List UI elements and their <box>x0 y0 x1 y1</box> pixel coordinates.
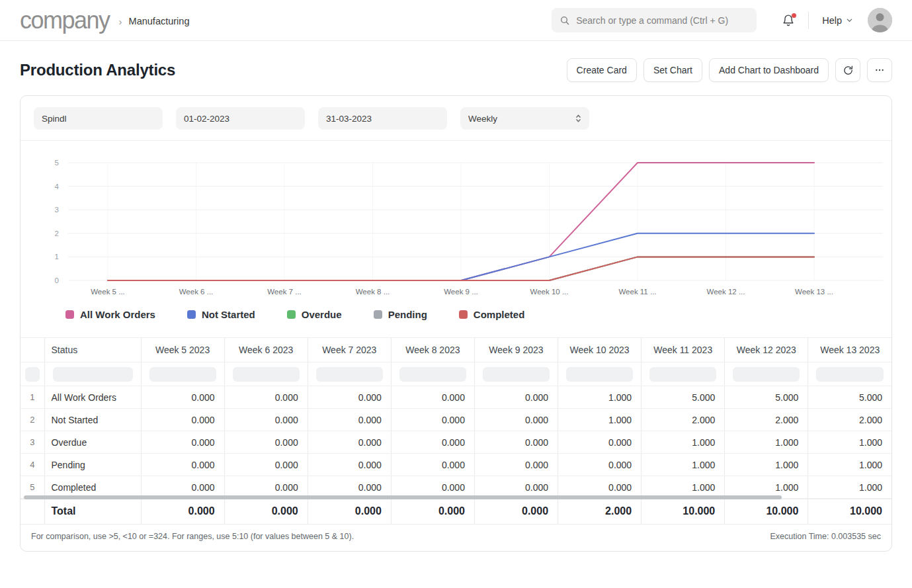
column-header[interactable]: Status <box>44 338 141 362</box>
value-cell: 0.000 <box>224 386 308 409</box>
column-filter-input[interactable] <box>399 367 466 382</box>
total-value-cell: 10.000 <box>642 499 725 524</box>
status-cell: Not Started <box>44 409 141 431</box>
avatar[interactable] <box>868 8 892 32</box>
global-search-input[interactable]: Search or type a command (Ctrl + G) <box>552 8 757 32</box>
value-cell: 0.000 <box>141 431 224 454</box>
chart-area: 012345Week 5 ...Week 6 ...Week 7 ...Week… <box>21 141 891 337</box>
legend-item: Not Started <box>187 309 255 320</box>
value-cell: 0.000 <box>141 409 224 431</box>
value-cell: 5.000 <box>808 386 891 409</box>
app-logo[interactable]: company <box>20 9 110 32</box>
status-cell: Overdue <box>44 431 141 454</box>
legend-item: Overdue <box>287 309 342 320</box>
x-axis-label: Week 5 ... <box>91 288 125 296</box>
column-filter-input[interactable] <box>566 367 633 382</box>
column-header[interactable]: Week 11 2023 <box>642 338 725 362</box>
value-cell: 1.000 <box>558 409 642 431</box>
x-axis-label: Week 6 ... <box>179 288 214 296</box>
value-cell: 1.000 <box>725 454 808 476</box>
report-table: StatusWeek 5 2023Week 6 2023Week 7 2023W… <box>21 337 891 499</box>
value-cell: 0.000 <box>391 409 474 431</box>
filter-cell <box>558 362 642 386</box>
column-header[interactable]: Week 5 2023 <box>141 338 224 362</box>
total-index-cell <box>21 499 44 524</box>
notification-dot <box>792 13 796 18</box>
value-cell: 2.000 <box>725 409 808 431</box>
value-cell: 0.000 <box>474 386 558 409</box>
value-cell: 0.000 <box>558 454 642 476</box>
value-cell: 0.000 <box>558 431 642 454</box>
column-filter-input[interactable] <box>649 367 716 382</box>
value-cell: 0.000 <box>474 409 558 431</box>
total-label: Total <box>44 499 141 524</box>
page-actions: Create Card Set Chart Add Chart to Dashb… <box>567 58 892 82</box>
filter-cell <box>725 362 808 386</box>
value-cell: 0.000 <box>224 454 308 476</box>
range-select[interactable]: Weekly <box>460 107 589 130</box>
column-filter-input[interactable] <box>233 367 300 382</box>
value-cell: 0.000 <box>474 431 558 454</box>
add-chart-to-dashboard-button[interactable]: Add Chart to Dashboard <box>709 58 829 82</box>
to-date-filter-input[interactable]: 31-03-2023 <box>318 107 447 130</box>
more-menu-button[interactable] <box>867 58 892 82</box>
search-icon <box>560 15 570 26</box>
notifications-button[interactable] <box>782 14 795 27</box>
legend-swatch-icon <box>287 310 296 319</box>
value-cell: 5.000 <box>725 386 808 409</box>
column-filter-input[interactable] <box>316 367 383 382</box>
y-axis-label: 0 <box>55 276 59 284</box>
column-header[interactable]: Week 8 2023 <box>391 338 474 362</box>
column-header[interactable]: Week 7 2023 <box>308 338 391 362</box>
value-cell: 0.000 <box>141 386 224 409</box>
total-value-cell: 0.000 <box>474 499 558 524</box>
breadcrumb[interactable]: Manufacturing <box>129 16 190 26</box>
from-date-filter-input[interactable]: 01-02-2023 <box>176 107 305 130</box>
legend-item: Pending <box>374 309 427 320</box>
column-header[interactable]: Week 10 2023 <box>558 338 642 362</box>
column-header[interactable]: Week 6 2023 <box>224 338 308 362</box>
horizontal-scrollbar-thumb[interactable] <box>24 495 782 499</box>
filter-cell <box>308 362 391 386</box>
total-value-cell: 0.000 <box>391 499 474 524</box>
row-index-header <box>21 338 44 362</box>
legend-label: Completed <box>474 309 525 320</box>
column-header[interactable]: Week 9 2023 <box>474 338 558 362</box>
refresh-button[interactable] <box>835 58 860 82</box>
column-filter-input[interactable] <box>483 367 550 382</box>
column-filter-input[interactable] <box>25 367 40 382</box>
create-card-button[interactable]: Create Card <box>567 58 637 82</box>
value-cell: 0.000 <box>391 431 474 454</box>
work-order-filter-input[interactable]: Spindl <box>34 107 163 130</box>
help-menu[interactable]: Help <box>822 15 853 26</box>
column-filter-input[interactable] <box>733 367 800 382</box>
row-index: 2 <box>21 409 44 431</box>
value-cell: 5.000 <box>642 386 725 409</box>
total-value-cell: 2.000 <box>558 499 642 524</box>
filter-bar: Spindl 01-02-2023 31-03-2023 Weekly <box>21 96 891 141</box>
column-header[interactable]: Week 13 2023 <box>808 338 891 362</box>
legend-label: All Work Orders <box>80 309 155 320</box>
total-value-cell: 0.000 <box>224 499 308 524</box>
value-cell: 1.000 <box>725 431 808 454</box>
value-cell: 0.000 <box>224 431 308 454</box>
column-filter-input[interactable] <box>816 367 884 382</box>
column-header[interactable]: Week 12 2023 <box>725 338 808 362</box>
ellipsis-icon <box>874 65 885 75</box>
row-index: 4 <box>21 454 44 476</box>
filter-cell <box>474 362 558 386</box>
filter-cell <box>224 362 308 386</box>
total-value-cell: 0.000 <box>141 499 224 524</box>
column-filter-input[interactable] <box>53 367 133 382</box>
value-cell: 1.000 <box>558 386 642 409</box>
table-row: 2Not Started0.0000.0000.0000.0000.0001.0… <box>21 409 891 431</box>
set-chart-button[interactable]: Set Chart <box>643 58 702 82</box>
refresh-icon <box>843 65 854 76</box>
chart-legend: All Work OrdersNot StartedOverduePending… <box>22 301 890 337</box>
filter-cell <box>44 362 141 386</box>
value-cell: 1.000 <box>642 431 725 454</box>
legend-label: Pending <box>388 309 427 320</box>
legend-swatch-icon <box>459 310 468 319</box>
column-filter-input[interactable] <box>149 367 216 382</box>
report-footer: For comparison, use >5, <10 or =324. For… <box>21 524 891 551</box>
